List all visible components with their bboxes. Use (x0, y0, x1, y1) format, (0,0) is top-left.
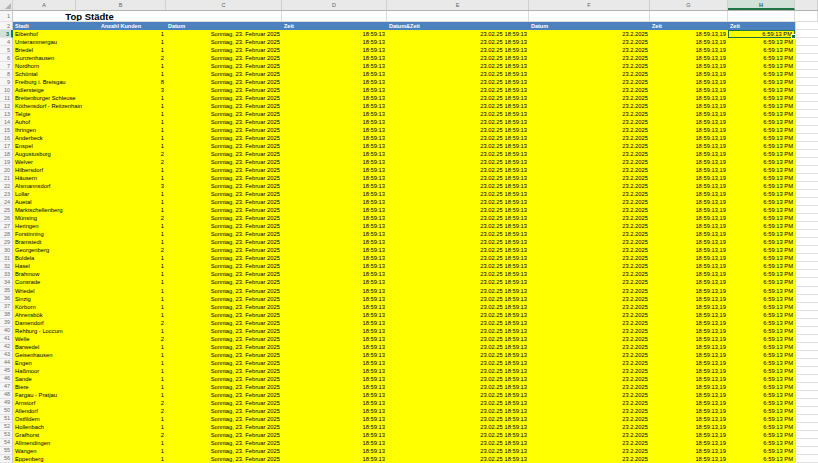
cell-zeit-hundertstel[interactable]: 18:59:13,19 (650, 311, 728, 319)
cell-datum-und-zeit[interactable]: 23.02.25 18:59:13 (387, 46, 529, 54)
cell-zeit-hundertstel[interactable]: 18:59:13,19 (650, 254, 728, 262)
cell-zeit[interactable]: 18:59:13 (282, 182, 387, 190)
header-zeit-2[interactable]: Zeit (650, 22, 728, 30)
cell-zeit-ampm[interactable]: 6:59:13 PM (728, 78, 795, 86)
cell-zeit-ampm[interactable]: 6:59:13 PM (728, 278, 795, 286)
row-number[interactable]: 37 (0, 303, 13, 311)
row-number[interactable]: 40 (0, 327, 13, 335)
cell-datum-und-zeit[interactable]: 23.02.25 18:59:13 (387, 303, 529, 311)
row-number-2[interactable]: 2 (0, 22, 13, 30)
cell-zeit[interactable]: 18:59:13 (282, 190, 387, 198)
empty-cell[interactable] (282, 11, 387, 22)
cell-stadt[interactable]: Allendorf (13, 407, 76, 415)
cell-datum-kurz[interactable]: 23.2.2025 (529, 335, 650, 343)
cell-datum-kurz[interactable]: 23.2.2025 (529, 62, 650, 70)
cell-zeit-ampm[interactable]: 6:59:13 PM (728, 455, 795, 463)
empty-cell[interactable] (387, 11, 529, 22)
cell-zeit[interactable]: 18:59:13 (282, 375, 387, 383)
cell-datum-und-zeit[interactable]: 23.02.25 18:59:13 (387, 78, 529, 86)
cell-stadt[interactable]: Fargau - Pratjau (13, 391, 76, 399)
cell-zeit[interactable]: 18:59:13 (282, 399, 387, 407)
cell-zeit-hundertstel[interactable]: 18:59:13,19 (650, 375, 728, 383)
row-number[interactable]: 18 (0, 150, 13, 158)
row-number[interactable]: 51 (0, 415, 13, 423)
cell-datum-und-zeit[interactable]: 23.02.25 18:59:13 (387, 439, 529, 447)
cell-zeit-ampm[interactable]: 6:59:13 PM (728, 319, 795, 327)
cell-datum-lang[interactable]: Sonntag, 23. Februar 2025 (166, 86, 282, 94)
cell-zeit-hundertstel[interactable]: 18:59:13,19 (650, 238, 728, 246)
cell-datum-lang[interactable]: Sonntag, 23. Februar 2025 (166, 78, 282, 86)
cell-stadt[interactable]: Unterammergau (13, 38, 76, 46)
row-number[interactable]: 48 (0, 391, 13, 399)
cell-zeit[interactable]: 18:59:13 (282, 142, 387, 150)
cell-datum-kurz[interactable]: 23.2.2025 (529, 246, 650, 254)
cell-anzahl-kunden[interactable]: 1 (76, 126, 166, 134)
row-number[interactable]: 30 (0, 246, 13, 254)
cell-zeit-hundertstel[interactable]: 18:59:13,19 (650, 206, 728, 214)
cell-anzahl-kunden[interactable]: 1 (76, 30, 166, 38)
cell-datum-lang[interactable]: Sonntag, 23. Februar 2025 (166, 319, 282, 327)
cell-datum-lang[interactable]: Sonntag, 23. Februar 2025 (166, 287, 282, 295)
column-header-d[interactable]: D (282, 0, 387, 10)
cell-datum-und-zeit[interactable]: 23.02.25 18:59:13 (387, 254, 529, 262)
cell-datum-und-zeit[interactable]: 23.02.25 18:59:13 (387, 359, 529, 367)
header-zeit[interactable]: Zeit (282, 22, 387, 30)
empty-cell[interactable] (728, 11, 795, 22)
cell-zeit[interactable]: 18:59:13 (282, 439, 387, 447)
cell-datum-und-zeit[interactable]: 23.02.25 18:59:13 (387, 335, 529, 343)
cell-zeit-ampm[interactable]: 6:59:13 PM (728, 303, 795, 311)
cell-datum-kurz[interactable]: 23.2.2025 (529, 198, 650, 206)
cell-datum-kurz[interactable]: 23.2.2025 (529, 30, 650, 38)
cell-stadt[interactable]: Boldela (13, 254, 76, 262)
cell-zeit[interactable]: 18:59:13 (282, 262, 387, 270)
cell-datum-kurz[interactable]: 23.2.2025 (529, 343, 650, 351)
cell-zeit[interactable]: 18:59:13 (282, 174, 387, 182)
cell-anzahl-kunden[interactable]: 1 (76, 206, 166, 214)
cell-datum-lang[interactable]: Sonntag, 23. Februar 2025 (166, 126, 282, 134)
cell-datum-kurz[interactable]: 23.2.2025 (529, 278, 650, 286)
cell-zeit-hundertstel[interactable]: 18:59:13,19 (650, 278, 728, 286)
cell-datum-und-zeit[interactable]: 23.02.25 18:59:13 (387, 190, 529, 198)
cell-zeit-hundertstel[interactable]: 18:59:13,19 (650, 335, 728, 343)
cell-zeit-hundertstel[interactable]: 18:59:13,19 (650, 150, 728, 158)
column-header-a[interactable]: A (13, 0, 76, 10)
cell-zeit-ampm[interactable]: 6:59:13 PM (728, 383, 795, 391)
cell-anzahl-kunden[interactable]: 1 (76, 287, 166, 295)
cell-datum-kurz[interactable]: 23.2.2025 (529, 54, 650, 62)
cell-datum-und-zeit[interactable]: 23.02.25 18:59:13 (387, 206, 529, 214)
cell-anzahl-kunden[interactable]: 1 (76, 198, 166, 206)
row-number[interactable]: 56 (0, 455, 13, 463)
cell-anzahl-kunden[interactable]: 1 (76, 343, 166, 351)
cell-datum-kurz[interactable]: 23.2.2025 (529, 287, 650, 295)
cell-datum-lang[interactable]: Sonntag, 23. Februar 2025 (166, 311, 282, 319)
row-number[interactable]: 33 (0, 270, 13, 278)
cell-datum-lang[interactable]: Sonntag, 23. Februar 2025 (166, 38, 282, 46)
cell-anzahl-kunden[interactable]: 1 (76, 423, 166, 431)
cell-zeit[interactable]: 18:59:13 (282, 407, 387, 415)
cell-stadt[interactable]: Sande (13, 375, 76, 383)
cell-stadt[interactable]: Hollenbach (13, 423, 76, 431)
row-number[interactable]: 54 (0, 439, 13, 447)
cell-stadt[interactable]: Consrade (13, 278, 76, 286)
cell-zeit[interactable]: 18:59:13 (282, 150, 387, 158)
cell-datum-lang[interactable]: Sonntag, 23. Februar 2025 (166, 46, 282, 54)
cell-datum-und-zeit[interactable]: 23.02.25 18:59:13 (387, 455, 529, 463)
cell-zeit[interactable]: 18:59:13 (282, 230, 387, 238)
cell-anzahl-kunden[interactable]: 1 (76, 383, 166, 391)
cell-zeit-ampm[interactable]: 6:59:13 PM (728, 407, 795, 415)
cell-zeit[interactable]: 18:59:13 (282, 270, 387, 278)
cell-stadt[interactable]: Heringen (13, 222, 76, 230)
cell-zeit-hundertstel[interactable]: 18:59:13,19 (650, 351, 728, 359)
row-number[interactable]: 27 (0, 222, 13, 230)
empty-cell[interactable] (166, 11, 282, 22)
cell-datum-und-zeit[interactable]: 23.02.25 18:59:13 (387, 311, 529, 319)
cell-datum-und-zeit[interactable]: 23.02.25 18:59:13 (387, 222, 529, 230)
cell-stadt[interactable]: Telgte (13, 110, 76, 118)
cell-datum-und-zeit[interactable]: 23.02.25 18:59:13 (387, 86, 529, 94)
cell-zeit-hundertstel[interactable]: 18:59:13,19 (650, 246, 728, 254)
cell-stadt[interactable]: Biere (13, 383, 76, 391)
cell-zeit-hundertstel[interactable]: 18:59:13,19 (650, 54, 728, 62)
cell-anzahl-kunden[interactable]: 2 (76, 150, 166, 158)
cell-zeit[interactable]: 18:59:13 (282, 30, 387, 38)
cell-anzahl-kunden[interactable]: 1 (76, 351, 166, 359)
